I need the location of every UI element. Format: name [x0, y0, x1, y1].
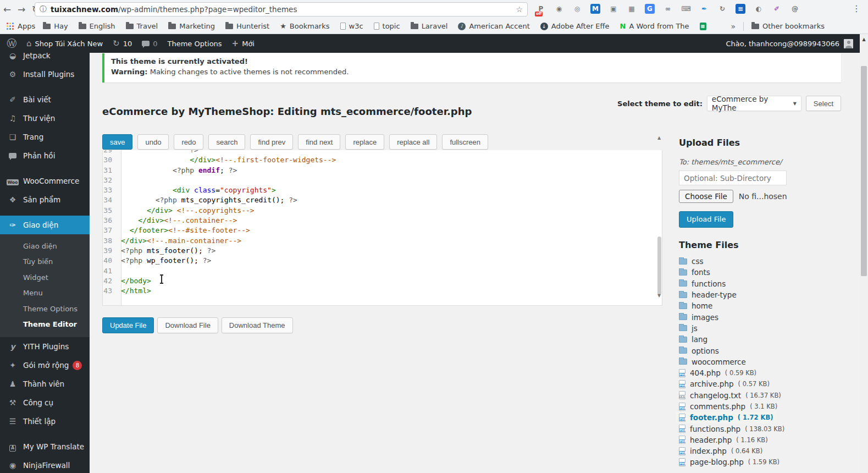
- comments-link[interactable]: 0: [142, 40, 157, 48]
- editor-scrollbar-up-icon[interactable]: ▲: [657, 135, 661, 140]
- apps-grid-icon[interactable]: [7, 23, 14, 30]
- extension-chat-icon[interactable]: ▣: [607, 2, 620, 15]
- extension-spiral-icon[interactable]: @: [788, 2, 801, 15]
- sidebar-item-media[interactable]: ♫Thư viện: [0, 109, 90, 128]
- update-file-button[interactable]: Update File: [102, 317, 154, 333]
- bookmark-item[interactable]: Travel: [126, 22, 158, 30]
- extension-qr-grid-icon[interactable]: ▦: [625, 2, 638, 15]
- theme-folder[interactable]: css: [679, 256, 844, 267]
- sidebar-item-gear[interactable]: ⚙Install Plugins: [0, 65, 90, 84]
- toolbar-button-search[interactable]: search: [208, 134, 245, 150]
- sidebar-item-bubble[interactable]: Phản hồi: [0, 146, 90, 165]
- theme-select-dropdown[interactable]: eCommerce by MyThe ▼: [707, 96, 801, 111]
- editor-scrollbar-down-icon[interactable]: ▼: [657, 293, 661, 298]
- toolbar-button-replace-all[interactable]: replace all: [389, 134, 437, 150]
- bookmark-item[interactable]: topic: [374, 22, 400, 30]
- extension-swirl-icon[interactable]: ◐: [752, 2, 765, 15]
- forward-icon[interactable]: →: [14, 4, 29, 15]
- toolbar-button-replace[interactable]: replace: [345, 134, 384, 150]
- bookmark-item[interactable]: Bookmarks: [280, 22, 329, 30]
- sidebar-item-tools[interactable]: ⚒Công cụ: [0, 393, 90, 412]
- theme-file[interactable]: comments.php( 3.1 KB): [679, 401, 844, 412]
- bookmark-item[interactable]: English: [79, 22, 115, 30]
- theme-folder[interactable]: header-type: [679, 289, 844, 300]
- bookmark-item[interactable]: w3c: [340, 22, 363, 30]
- upload-file-button[interactable]: Upload File: [679, 211, 733, 228]
- theme-file[interactable]: footer.php( 1.72 KB): [676, 412, 776, 423]
- extension-feather-icon[interactable]: ✒: [698, 2, 711, 15]
- theme-folder[interactable]: fonts: [679, 267, 844, 278]
- theme-file[interactable]: index.php( 0.64 KB): [679, 446, 844, 457]
- bookmark-item[interactable]: Hay: [43, 22, 68, 30]
- extension-m-blue-icon[interactable]: M: [589, 2, 602, 15]
- site-name-link[interactable]: ⌂Shop Túi Xách New: [26, 38, 103, 48]
- sidebar-item-user[interactable]: ♟Thành viên: [0, 375, 90, 393]
- toolbar-button-find-next[interactable]: find next: [298, 134, 340, 150]
- sidebar-item-translate[interactable]: AMy WP Translate: [0, 437, 90, 456]
- apps-label[interactable]: Apps: [18, 22, 35, 30]
- browser-menu-icon[interactable]: ⋮: [852, 3, 861, 14]
- theme-folder[interactable]: functions: [679, 278, 844, 289]
- submenu-item[interactable]: Tùy biến: [0, 254, 90, 270]
- back-icon[interactable]: ←: [0, 4, 14, 15]
- theme-folder[interactable]: options: [679, 345, 844, 356]
- url-bar[interactable]: ⓘ tuixachnew.com/wp-admin/themes.php?pag…: [35, 2, 528, 16]
- download-file-button[interactable]: Download File: [157, 317, 218, 333]
- extension-pen-icon[interactable]: ✐: [770, 2, 783, 15]
- theme-options-link[interactable]: Theme Options: [167, 40, 222, 48]
- sidebar-item-yith[interactable]: yYITH Plugins: [0, 337, 90, 356]
- bookmark-item[interactable]: American Accent: [458, 22, 529, 30]
- sidebar-item-cube[interactable]: ❖Sản phẩm: [0, 190, 90, 209]
- scrollbar-up-icon[interactable]: ▲: [860, 34, 868, 42]
- theme-folder[interactable]: woocommerce: [679, 356, 844, 367]
- theme-file[interactable]: changelog.txt( 16.37 KB): [679, 390, 844, 401]
- other-bookmarks[interactable]: Other bookmarks: [751, 22, 825, 30]
- subdirectory-input[interactable]: [679, 170, 787, 185]
- sidebar-item-jetpack[interactable]: ◒Jetpack: [0, 53, 90, 65]
- submenu-item[interactable]: Menu: [0, 285, 90, 301]
- theme-file[interactable]: page-blog.php( 1.59 KB): [679, 457, 844, 468]
- extension-infinity-icon[interactable]: ∞: [661, 2, 675, 15]
- sidebar-item-woo[interactable]: WooWooCommerce: [0, 172, 90, 190]
- bookmark-item[interactable]: Marketing: [168, 22, 215, 30]
- toolbar-button-save[interactable]: save: [102, 134, 132, 150]
- theme-folder[interactable]: home: [679, 300, 844, 311]
- submenu-item[interactable]: Theme Options: [0, 301, 90, 317]
- select-theme-button[interactable]: Select: [806, 96, 841, 111]
- bookmark-item[interactable]: Hunterist: [225, 22, 269, 30]
- toolbar-button-fullscreen[interactable]: fullscreen: [442, 134, 488, 150]
- extension-p-off-icon[interactable]: Poff: [534, 2, 548, 15]
- theme-folder[interactable]: js: [679, 323, 844, 334]
- sidebar-item-pages[interactable]: ❏Trang: [0, 128, 90, 146]
- wp-logo[interactable]: Ⓦ: [7, 37, 16, 50]
- theme-file[interactable]: 404.php( 0.59 KB): [679, 367, 844, 378]
- sidebar-item-plug[interactable]: ✦Gói mở rộng8: [0, 356, 90, 375]
- toolbar-button-redo[interactable]: redo: [174, 134, 203, 150]
- page-scrollbar[interactable]: ▲: [860, 34, 868, 473]
- extension-translate-icon[interactable]: G: [643, 2, 656, 15]
- toolbar-button-undo[interactable]: undo: [137, 134, 169, 150]
- sidebar-item-brush[interactable]: ✑Giao diện: [0, 216, 90, 234]
- download-theme-button[interactable]: Download Theme: [222, 317, 293, 333]
- page-info-icon[interactable]: ⓘ: [40, 4, 47, 14]
- bookmarks-overflow-chevron[interactable]: »: [731, 22, 736, 31]
- choose-file-button[interactable]: Choose File: [679, 190, 733, 203]
- theme-folder[interactable]: images: [679, 311, 844, 322]
- sidebar-item-fire[interactable]: ◉NinjaFirewall: [0, 456, 90, 473]
- theme-file[interactable]: functions.php( 138.03 KB): [679, 423, 844, 434]
- bookmark-item[interactable]: A Word from The: [620, 22, 689, 30]
- editor-scrollbar-thumb[interactable]: [657, 237, 661, 295]
- extension-ring-icon[interactable]: ◎: [571, 2, 584, 15]
- extension-card-icon[interactable]: ≡: [734, 2, 747, 15]
- scrollbar-thumb[interactable]: [861, 66, 867, 276]
- extension-shield-icon[interactable]: ↻: [716, 2, 729, 15]
- code-editor[interactable]: 29 ?>30 </div><!--.first-footer-widgets-…: [102, 150, 662, 306]
- submenu-item[interactable]: Giao diện: [0, 238, 90, 254]
- toolbar-button-find-prev[interactable]: find prev: [250, 134, 293, 150]
- bookmark-item[interactable]: Adobe After Effe: [540, 22, 610, 30]
- updates-link[interactable]: ↻10: [113, 38, 132, 48]
- account-menu[interactable]: Chào, thanhcong@0989943066: [726, 39, 853, 48]
- theme-folder[interactable]: lang: [679, 334, 844, 345]
- new-content-link[interactable]: +Mới: [232, 38, 255, 48]
- theme-file[interactable]: header.php( 1.16 KB): [679, 435, 844, 446]
